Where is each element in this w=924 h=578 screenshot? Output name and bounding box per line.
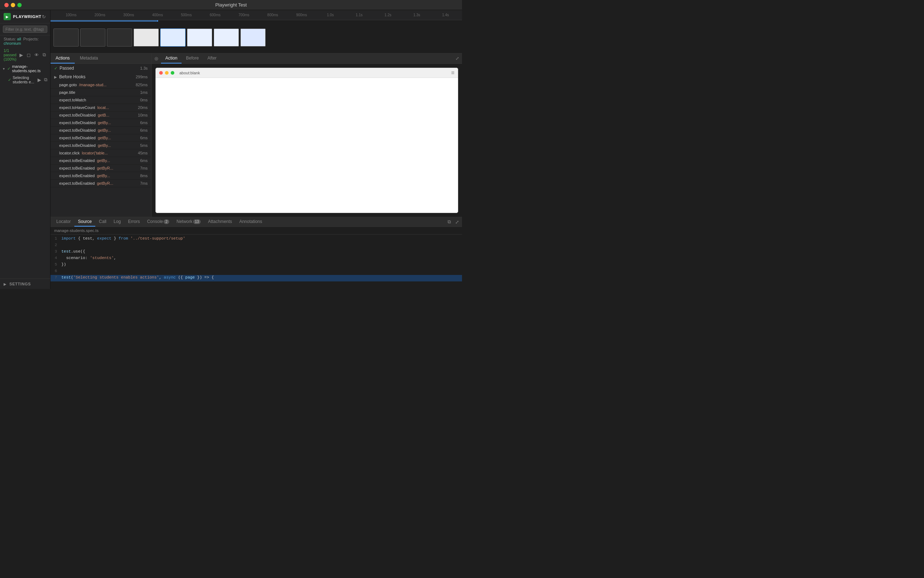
thumbnail-8[interactable] (241, 29, 266, 47)
action-locator: getB... (98, 113, 109, 117)
action-item[interactable]: locator.click locator('table... 45ms (50, 149, 151, 157)
action-item[interactable]: expect.toBeDisabled getBy... 6ms (50, 134, 151, 142)
close-button[interactable] (4, 3, 9, 7)
expand-icon[interactable]: ⤢ (455, 56, 459, 61)
bottom-content: manage-students.spec.ts 1 import { test,… (50, 227, 462, 289)
target-icon: ◎ (155, 56, 158, 61)
tick-1s: 1.0s (327, 13, 334, 17)
tab-after[interactable]: After (203, 54, 221, 63)
thumbnail-5[interactable] (160, 29, 185, 47)
tick-700ms: 700ms (239, 13, 249, 17)
console-badge: 2 (164, 219, 169, 224)
group-hooks-label: Before Hooks (59, 74, 86, 80)
action-item[interactable]: page.title 1ms (50, 89, 151, 96)
test-name: Selecting students e... (13, 75, 35, 84)
copy-test-button[interactable]: ⧉ (43, 76, 48, 83)
tab-console[interactable]: Console2 (143, 217, 173, 227)
tab-action[interactable]: Action (161, 54, 182, 63)
app: ▶ PLAYWRIGHT ↻ ⤢ Status: all Projects: c… (0, 10, 462, 289)
run-test-button[interactable]: ▶ (37, 76, 42, 83)
action-item[interactable]: expect.toBeEnabled getBy... 8ms (50, 172, 151, 180)
tab-annotations[interactable]: Annotations (236, 217, 266, 227)
group-hooks-time: 299ms (136, 75, 148, 79)
tab-attachments[interactable]: Attachments (204, 217, 236, 227)
group-passed[interactable]: ✓ Passed 1.3s (50, 64, 151, 73)
check-icon: ✓ (7, 67, 10, 71)
tab-locator[interactable]: Locator (53, 217, 74, 227)
action-locator: getBy... (98, 120, 111, 125)
action-item[interactable]: expect.toMatch 0ms (50, 96, 151, 104)
action-time: 6ms (140, 136, 148, 140)
tab-before[interactable]: Before (182, 54, 203, 63)
action-item[interactable]: page.goto /manage-stud... 825ms (50, 81, 151, 89)
thumbnail-1[interactable] (54, 29, 79, 47)
tick-300ms: 300ms (124, 13, 134, 17)
stats-text: 1/1 passed (100%) (3, 48, 16, 61)
group-before-hooks[interactable]: ▶ Before Hooks 299ms (50, 73, 151, 81)
action-locator: locat... (98, 106, 109, 110)
thumbnail-6[interactable] (187, 29, 212, 47)
refresh-button[interactable]: ↻ (41, 14, 47, 20)
copy-button[interactable]: ⧉ (42, 52, 47, 58)
bottom-panel: Locator Source Call Log Errors Console2 … (50, 217, 462, 289)
maximize-button[interactable] (17, 3, 22, 7)
action-time: 5ms (140, 143, 148, 148)
tab-actions[interactable]: Actions (50, 54, 75, 63)
action-locator: getByR... (97, 181, 113, 185)
filter-input[interactable] (3, 26, 47, 33)
line-number: 2 (50, 243, 61, 248)
watch-button[interactable]: 👁 (34, 52, 40, 58)
tick-1-3s: 1.3s (413, 13, 420, 17)
action-locator: getByR... (97, 166, 113, 170)
thumbnails-row (50, 22, 462, 53)
action-item[interactable]: expect.toHaveCount locat... 20ms (50, 104, 151, 112)
tab-metadata[interactable]: Metadata (75, 54, 103, 63)
sidebar-stats: 1/1 passed (100%) ▶ ◻ 👁 ⧉ (0, 47, 50, 63)
tab-log[interactable]: Log (110, 217, 125, 227)
tab-errors[interactable]: Errors (125, 217, 144, 227)
action-item[interactable]: expect.toBeEnabled getBy... 6ms (50, 157, 151, 164)
tab-source[interactable]: Source (74, 217, 95, 227)
browser-close (159, 71, 163, 75)
tab-call[interactable]: Call (95, 217, 110, 227)
playwright-logo: ▶ (3, 13, 11, 20)
network-badge: 13 (193, 219, 201, 224)
main-content: ▶ PLAYWRIGHT ↻ ⤢ Status: all Projects: c… (0, 10, 462, 289)
action-item[interactable]: expect.toBeEnabled getByR... 7ms (50, 164, 151, 172)
settings-section[interactable]: ▶ SETTINGS (0, 279, 50, 289)
action-item[interactable]: expect.toBeEnabled getByR... 7ms (50, 180, 151, 187)
code-line-6: 6 (50, 268, 462, 275)
action-item[interactable]: expect.toBeDisabled getB... 10ms (50, 112, 151, 119)
tick-800ms: 800ms (267, 13, 278, 17)
thumbnail-7[interactable] (214, 29, 239, 47)
minimize-button[interactable] (11, 3, 15, 7)
action-locator: getBy... (98, 128, 111, 132)
sidebar: ▶ PLAYWRIGHT ↻ ⤢ Status: all Projects: c… (0, 10, 50, 289)
action-name: expect.toHaveCount (59, 106, 95, 110)
action-item[interactable]: expect.toBeDisabled getBy... 6ms (50, 127, 151, 134)
tab-network[interactable]: Network13 (173, 217, 204, 227)
test-item[interactable]: ✓ Selecting students e... ▶ ⧉ (0, 74, 50, 85)
actions-tabs: Actions Metadata (50, 54, 151, 64)
check-icon: ✓ (54, 66, 57, 71)
stop-button[interactable]: ◻ (26, 52, 31, 58)
thumbnail-4[interactable] (133, 29, 159, 47)
action-time: 7ms (140, 181, 148, 185)
run-controls: ▶ ◻ 👁 ⧉ (19, 52, 47, 58)
action-item[interactable]: expect.toBeDisabled getBy... 6ms (50, 119, 151, 127)
action-time: 6ms (140, 128, 148, 132)
action-item[interactable]: expect.toBeDisabled getBy... 5ms (50, 142, 151, 149)
timeline-ruler: 100ms 200ms 300ms 400ms 500ms 600ms 700m… (50, 10, 462, 20)
browser-chrome: about:blank ≡ (156, 68, 458, 78)
browser-menu-icon: ≡ (451, 70, 454, 76)
preview-tabs: ◎ Action Before After ⤢ (151, 54, 462, 64)
action-name: expect.toBeEnabled (59, 166, 94, 170)
open-external-button[interactable]: ⤢ (454, 219, 460, 225)
actions-list: Actions Metadata ✓ Passed 1.3s ▶ (50, 54, 151, 217)
action-name: expect.toBeEnabled (59, 158, 94, 163)
run-button[interactable]: ▶ (19, 52, 24, 58)
thumbnail-2[interactable] (80, 29, 106, 47)
copy-code-button[interactable]: ⧉ (447, 219, 452, 225)
thumbnail-3[interactable] (107, 29, 132, 47)
test-file-item[interactable]: ▾ ✓ manage-students.spec.ts (0, 63, 50, 74)
